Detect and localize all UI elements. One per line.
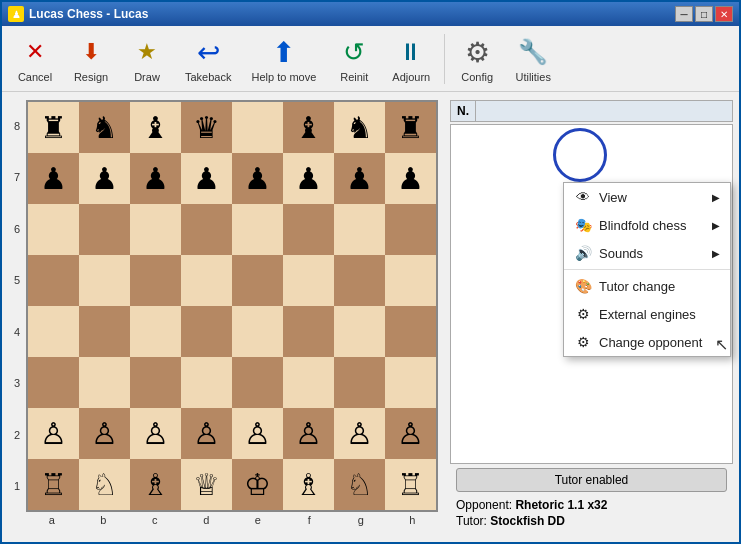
menu-item-external-engines[interactable]: ⚙ External engines [564,300,730,328]
square-b7[interactable]: ♟ [79,153,130,204]
square-d4[interactable] [181,306,232,357]
menu-item-change-opponent[interactable]: ⚙ Change opponent ↖ [564,328,730,356]
square-f6[interactable] [283,204,334,255]
square-e8[interactable] [232,102,283,153]
config-button[interactable]: ⚙ Config [450,30,504,87]
square-h2[interactable]: ♙ [385,408,436,459]
square-d3[interactable] [181,357,232,408]
square-h1[interactable]: ♖ [385,459,436,510]
adjourn-button[interactable]: ⏸ Adjourn [383,30,439,87]
square-f2[interactable]: ♙ [283,408,334,459]
square-a7[interactable]: ♟ [28,153,79,204]
piece-b8: ♞ [91,113,118,143]
title-bar: ♟ Lucas Chess - Lucas ─ □ ✕ [2,2,739,26]
board-wrapper: 8 7 6 5 4 3 2 1 ♜♞♝♛♝♞♜♟♟♟♟♟♟♟♟♙♙♙♙♙♙♙♙♖… [10,100,438,526]
square-d7[interactable]: ♟ [181,153,232,204]
maximize-button[interactable]: □ [695,6,713,22]
square-c5[interactable] [130,255,181,306]
square-a2[interactable]: ♙ [28,408,79,459]
square-b1[interactable]: ♘ [79,459,130,510]
resign-button[interactable]: ⬇ Resign [64,30,118,87]
square-e1[interactable]: ♔ [232,459,283,510]
square-g5[interactable] [334,255,385,306]
reinit-button[interactable]: ↺ Reinit [327,30,381,87]
square-g4[interactable] [334,306,385,357]
square-f4[interactable] [283,306,334,357]
square-h7[interactable]: ♟ [385,153,436,204]
square-g1[interactable]: ♘ [334,459,385,510]
square-b3[interactable] [79,357,130,408]
square-f3[interactable] [283,357,334,408]
menu-item-view-left: 👁 View [574,188,627,206]
square-e6[interactable] [232,204,283,255]
tutor-enabled-button[interactable]: Tutor enabled [456,468,727,492]
utilities-button[interactable]: 🔧 Utilities [506,30,560,87]
piece-e2: ♙ [244,419,271,449]
square-f1[interactable]: ♗ [283,459,334,510]
square-e2[interactable]: ♙ [232,408,283,459]
cancel-label: Cancel [18,71,52,83]
square-g3[interactable] [334,357,385,408]
square-g2[interactable]: ♙ [334,408,385,459]
square-f8[interactable]: ♝ [283,102,334,153]
square-g7[interactable]: ♟ [334,153,385,204]
draw-button[interactable]: ★ Draw [120,30,174,87]
menu-item-tutor-change[interactable]: 🎨 Tutor change [564,272,730,300]
square-d1[interactable]: ♕ [181,459,232,510]
square-g6[interactable] [334,204,385,255]
menu-item-sounds[interactable]: 🔊 Sounds ▶ [564,239,730,267]
piece-g2: ♙ [346,419,373,449]
square-a4[interactable] [28,306,79,357]
square-h6[interactable] [385,204,436,255]
menu-item-blindfold-left: 🎭 Blindfold chess [574,216,686,234]
window-title: Lucas Chess - Lucas [29,7,148,21]
help-to-move-button[interactable]: ⬆ Help to move [242,30,325,87]
square-h8[interactable]: ♜ [385,102,436,153]
square-c2[interactable]: ♙ [130,408,181,459]
square-b6[interactable] [79,204,130,255]
square-f5[interactable] [283,255,334,306]
square-c3[interactable] [130,357,181,408]
square-e5[interactable] [232,255,283,306]
config-dropdown-menu: 👁 View ▶ 🎭 Blindfold chess ▶ 🔊 Sounds [563,182,731,357]
square-a5[interactable] [28,255,79,306]
help-to-move-label: Help to move [251,71,316,83]
square-g8[interactable]: ♞ [334,102,385,153]
square-d6[interactable] [181,204,232,255]
square-a8[interactable]: ♜ [28,102,79,153]
square-b4[interactable] [79,306,130,357]
menu-item-view[interactable]: 👁 View ▶ [564,183,730,211]
menu-item-blindfold[interactable]: 🎭 Blindfold chess ▶ [564,211,730,239]
chess-board[interactable]: ♜♞♝♛♝♞♜♟♟♟♟♟♟♟♟♙♙♙♙♙♙♙♙♖♘♗♕♔♗♘♖ [26,100,438,512]
minimize-button[interactable]: ─ [675,6,693,22]
close-button[interactable]: ✕ [715,6,733,22]
square-a1[interactable]: ♖ [28,459,79,510]
square-b8[interactable]: ♞ [79,102,130,153]
square-c6[interactable] [130,204,181,255]
square-c8[interactable]: ♝ [130,102,181,153]
square-f7[interactable]: ♟ [283,153,334,204]
square-h4[interactable] [385,306,436,357]
square-e4[interactable] [232,306,283,357]
square-d5[interactable] [181,255,232,306]
square-h3[interactable] [385,357,436,408]
square-e7[interactable]: ♟ [232,153,283,204]
square-d2[interactable]: ♙ [181,408,232,459]
cancel-button[interactable]: ✕ Cancel [8,30,62,87]
square-a6[interactable] [28,204,79,255]
square-c7[interactable]: ♟ [130,153,181,204]
square-b2[interactable]: ♙ [79,408,130,459]
square-a3[interactable] [28,357,79,408]
square-c4[interactable] [130,306,181,357]
square-h5[interactable] [385,255,436,306]
piece-b2: ♙ [91,419,118,449]
square-d8[interactable]: ♛ [181,102,232,153]
piece-d1: ♕ [193,470,220,500]
sounds-arrow-icon: ▶ [712,248,720,259]
takeback-button[interactable]: ↩ Takeback [176,30,240,87]
square-e3[interactable] [232,357,283,408]
square-c1[interactable]: ♗ [130,459,181,510]
square-b5[interactable] [79,255,130,306]
piece-f1: ♗ [295,470,322,500]
piece-d2: ♙ [193,419,220,449]
